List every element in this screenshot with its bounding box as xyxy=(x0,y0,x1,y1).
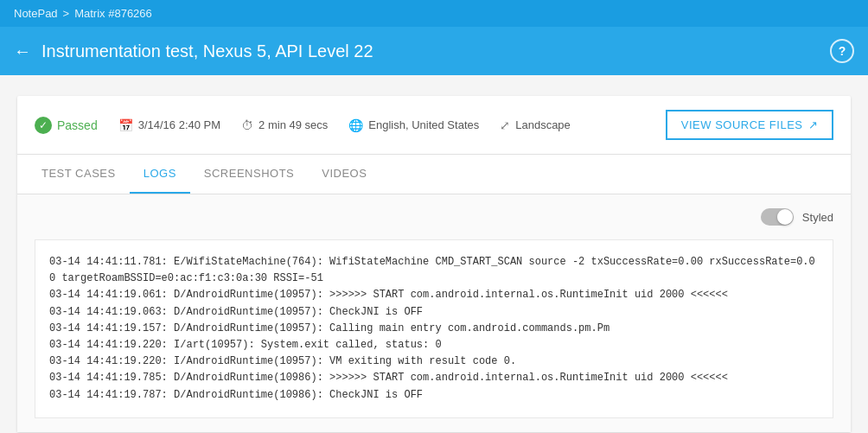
log-line: 03-14 14:41:19.220: I/AndroidRuntime(109… xyxy=(49,353,819,370)
tab-logs[interactable]: LOGS xyxy=(130,155,190,194)
duration-label: 2 min 49 secs xyxy=(258,118,328,131)
styled-toggle[interactable] xyxy=(761,208,794,226)
duration-meta: ⏱ 2 min 49 secs xyxy=(241,118,328,132)
tab-screenshots[interactable]: SCREENSHOTS xyxy=(190,155,308,194)
status-row: ✓ Passed 📅 3/14/16 2:40 PM ⏱ 2 min 49 se… xyxy=(17,96,851,155)
log-line: 03-14 14:41:19.157: D/AndroidRuntime(109… xyxy=(49,321,819,337)
log-line: 03-14 14:41:19.061: D/AndroidRuntime(109… xyxy=(49,287,819,303)
log-content: 03-14 14:41:11.781: E/WifiStateMachine(7… xyxy=(35,239,833,418)
toggle-knob xyxy=(777,209,793,225)
calendar-icon: 📅 xyxy=(118,118,133,132)
top-nav: NotePad > Matrix #876266 xyxy=(0,0,868,27)
log-line: 03-14 14:41:19.785: D/AndroidRuntime(109… xyxy=(49,370,819,386)
orientation-meta: ⤢ Landscape xyxy=(500,118,571,132)
help-button[interactable]: ? xyxy=(830,39,854,63)
back-button[interactable]: ← xyxy=(14,42,31,60)
main-card: ✓ Passed 📅 3/14/16 2:40 PM ⏱ 2 min 49 se… xyxy=(17,96,851,432)
header-left: ← Instrumentation test, Nexus 5, API Lev… xyxy=(14,41,373,61)
tabs-row: TEST CASES LOGS SCREENSHOTS VIDEOS xyxy=(17,155,851,194)
header-bar: ← Instrumentation test, Nexus 5, API Lev… xyxy=(0,27,868,75)
tab-videos[interactable]: VIDEOS xyxy=(308,155,380,194)
locale-meta: 🌐 English, United States xyxy=(348,118,479,132)
styled-label: Styled xyxy=(802,211,833,224)
orientation-icon: ⤢ xyxy=(500,118,510,132)
globe-icon: 🌐 xyxy=(348,118,363,132)
locale-label: English, United States xyxy=(368,118,479,131)
orientation-label: Landscape xyxy=(515,118,571,131)
date-meta: 📅 3/14/16 2:40 PM xyxy=(118,118,220,132)
log-line: 03-14 14:41:19.063: D/AndroidRuntime(109… xyxy=(49,304,819,321)
logs-controls: Styled xyxy=(35,208,833,226)
clock-icon: ⏱ xyxy=(241,118,253,132)
log-line: 03-14 14:41:19.220: I/art(10957): System… xyxy=(49,337,819,353)
nav-separator: > xyxy=(63,7,70,20)
log-line: 03-14 14:41:11.781: E/WifiStateMachine(7… xyxy=(49,254,819,287)
check-circle-icon: ✓ xyxy=(35,117,52,134)
tab-test-cases[interactable]: TEST CASES xyxy=(28,155,130,194)
external-link-icon: ↗ xyxy=(808,118,819,131)
nav-app-name[interactable]: NotePad xyxy=(14,7,58,20)
nav-breadcrumb[interactable]: Matrix #876266 xyxy=(74,7,152,20)
logs-area: Styled 03-14 14:41:11.781: E/WifiStateMa… xyxy=(17,194,851,432)
status-passed: ✓ Passed xyxy=(35,117,98,134)
page-title: Instrumentation test, Nexus 5, API Level… xyxy=(41,41,373,61)
view-source-button[interactable]: VIEW SOURCE FILES ↗ xyxy=(666,110,833,140)
passed-label: Passed xyxy=(57,118,98,132)
view-source-label: VIEW SOURCE FILES xyxy=(681,118,803,131)
log-line: 03-14 14:41:19.787: D/AndroidRuntime(109… xyxy=(49,387,819,404)
date-label: 3/14/16 2:40 PM xyxy=(138,118,220,131)
